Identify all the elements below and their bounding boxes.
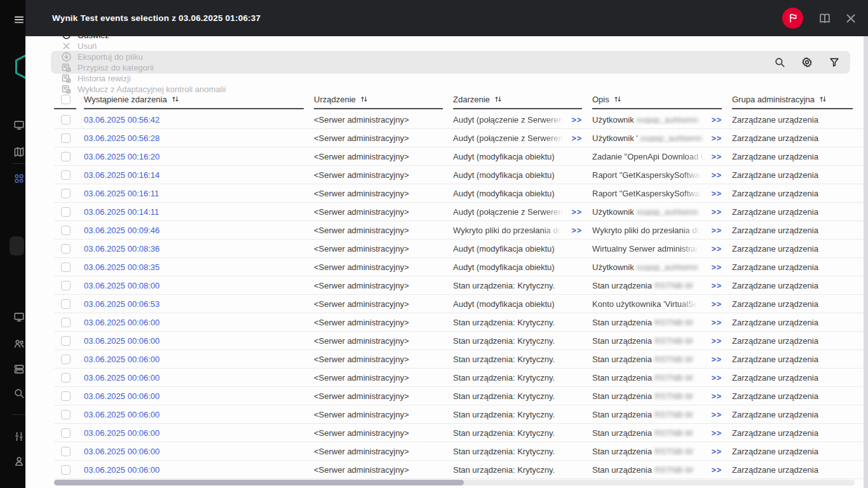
monitoring-icon[interactable]: [13, 119, 25, 131]
sort-icon[interactable]: [494, 95, 503, 104]
expand-description-link[interactable]: >>: [706, 171, 722, 180]
row-checkbox[interactable]: [61, 226, 71, 235]
table-row[interactable]: 03.06.2025 00:09:46<Serwer administracyj…: [25, 221, 863, 240]
row-checkbox[interactable]: [61, 373, 71, 383]
expand-event-link[interactable]: >>: [566, 116, 582, 125]
event-time-link[interactable]: 03.06.2025 00:06:00: [84, 447, 159, 456]
users-icon[interactable]: [13, 338, 25, 349]
table-row[interactable]: 03.06.2025 00:06:00<Serwer administracyj…: [25, 313, 863, 332]
vertical-scrollbar[interactable]: [864, 36, 868, 488]
close-icon[interactable]: [844, 12, 857, 25]
toolbar-button-eksportuj-do-pliku[interactable]: Eksportuj do pliku: [61, 51, 143, 62]
table-row[interactable]: 03.06.2025 00:16:14<Serwer administracyj…: [25, 166, 863, 184]
assets-grid-icon[interactable]: [13, 173, 25, 184]
expand-event-link[interactable]: >>: [566, 226, 582, 235]
event-time-link[interactable]: 03.06.2025 00:16:11: [84, 189, 159, 198]
expand-description-link[interactable]: >>: [706, 263, 722, 272]
table-row[interactable]: 03.06.2025 00:56:42<Serwer administracyj…: [25, 111, 863, 129]
documentation-icon[interactable]: [818, 12, 831, 25]
flag-notification-button[interactable]: [782, 8, 803, 29]
expand-description-link[interactable]: >>: [706, 337, 722, 346]
expand-description-link[interactable]: >>: [706, 281, 722, 290]
column-header-event[interactable]: Zdarzenie: [453, 89, 592, 109]
devices-icon[interactable]: [13, 311, 25, 323]
menu-icon[interactable]: [13, 14, 25, 25]
event-time-link[interactable]: 03.06.2025 00:16:14: [84, 170, 159, 180]
event-time-link[interactable]: 03.06.2025 00:08:00: [84, 281, 159, 290]
table-row[interactable]: 03.06.2025 00:06:00<Serwer administracyj…: [25, 424, 863, 442]
expand-description-link[interactable]: >>: [706, 245, 722, 254]
event-time-link[interactable]: 03.06.2025 00:16:20: [84, 152, 159, 161]
row-checkbox[interactable]: [61, 410, 71, 419]
expand-description-link[interactable]: >>: [706, 355, 722, 364]
event-time-link[interactable]: 03.06.2025 00:06:53: [84, 299, 159, 309]
event-time-link[interactable]: 03.06.2025 00:06:00: [84, 318, 159, 327]
search-icon[interactable]: [13, 388, 25, 399]
row-checkbox[interactable]: [61, 391, 71, 401]
table-row[interactable]: 03.06.2025 00:08:00<Serwer administracyj…: [25, 276, 863, 295]
row-checkbox[interactable]: [61, 299, 71, 309]
table-row[interactable]: 03.06.2025 00:06:00<Serwer administracyj…: [25, 387, 863, 405]
row-checkbox[interactable]: [61, 447, 71, 456]
expand-description-link[interactable]: >>: [706, 226, 722, 235]
expand-description-link[interactable]: >>: [706, 300, 722, 309]
event-time-link[interactable]: 03.06.2025 00:06:00: [84, 391, 159, 401]
table-row[interactable]: 03.06.2025 00:16:20<Serwer administracyj…: [25, 147, 863, 166]
table-row[interactable]: 03.06.2025 00:06:00<Serwer administracyj…: [25, 332, 863, 350]
expand-description-link[interactable]: >>: [706, 208, 722, 217]
event-time-link[interactable]: 03.06.2025 00:08:35: [84, 262, 159, 272]
row-checkbox[interactable]: [61, 428, 71, 438]
filter-icon[interactable]: [829, 57, 840, 68]
row-checkbox[interactable]: [61, 152, 71, 161]
row-checkbox[interactable]: [61, 262, 71, 272]
table-row[interactable]: 03.06.2025 00:06:00<Serwer administracyj…: [25, 350, 863, 369]
row-checkbox[interactable]: [61, 355, 71, 364]
event-time-link[interactable]: 03.06.2025 00:08:36: [84, 244, 159, 254]
event-time-link[interactable]: 03.06.2025 00:56:28: [84, 133, 159, 143]
toolbar-button-historia-rewizji[interactable]: Historia rewizji: [61, 73, 131, 84]
toolbar-button-usuń[interactable]: Usuń: [61, 41, 97, 51]
event-time-link[interactable]: 03.06.2025 00:14:11: [84, 207, 159, 217]
column-header-device[interactable]: Urządzenie: [314, 89, 453, 109]
column-header-description[interactable]: Opis: [592, 89, 732, 109]
sort-icon[interactable]: [171, 95, 180, 104]
horizontal-scrollbar[interactable]: [54, 480, 855, 485]
toolbar-button-odśwież[interactable]: Odśwież: [61, 30, 109, 41]
expand-description-link[interactable]: >>: [706, 429, 722, 438]
servers-icon[interactable]: [13, 363, 25, 375]
table-row[interactable]: 03.06.2025 00:14:11<Serwer administracyj…: [25, 203, 863, 221]
expand-description-link[interactable]: >>: [706, 318, 722, 327]
table-row[interactable]: 03.06.2025 00:08:35<Serwer administracyj…: [25, 258, 863, 276]
expand-description-link[interactable]: >>: [706, 152, 722, 161]
table-row[interactable]: 03.06.2025 00:06:00<Serwer administracyj…: [25, 442, 863, 461]
expand-event-link[interactable]: >>: [566, 208, 582, 217]
sort-icon[interactable]: [360, 95, 369, 104]
expand-description-link[interactable]: >>: [706, 392, 722, 401]
search-icon[interactable]: [774, 57, 785, 68]
row-checkbox[interactable]: [61, 115, 71, 125]
reports-icon[interactable]: [13, 146, 25, 158]
table-row[interactable]: 03.06.2025 00:56:28<Serwer administracyj…: [25, 129, 863, 147]
event-time-link[interactable]: 03.06.2025 00:06:00: [84, 465, 159, 475]
table-row[interactable]: 03.06.2025 00:16:11<Serwer administracyj…: [25, 184, 863, 203]
row-checkbox[interactable]: [61, 170, 71, 180]
horizontal-scrollbar-thumb[interactable]: [54, 480, 464, 485]
expand-description-link[interactable]: >>: [706, 466, 722, 475]
event-time-link[interactable]: 03.06.2025 00:06:00: [84, 355, 159, 364]
row-checkbox[interactable]: [61, 133, 71, 143]
expand-description-link[interactable]: >>: [706, 134, 722, 143]
expand-description-link[interactable]: >>: [706, 116, 722, 125]
row-checkbox[interactable]: [61, 207, 71, 217]
event-time-link[interactable]: 03.06.2025 00:06:00: [84, 336, 159, 346]
column-header-admin-group[interactable]: Grupa administracyjna: [732, 89, 863, 109]
account-icon[interactable]: [13, 456, 25, 467]
expand-event-link[interactable]: >>: [566, 134, 582, 143]
row-checkbox[interactable]: [61, 465, 71, 475]
event-time-link[interactable]: 03.06.2025 00:56:42: [84, 115, 159, 125]
sort-icon[interactable]: [613, 95, 622, 104]
settings-sliders-icon[interactable]: [13, 431, 25, 442]
table-row[interactable]: 03.06.2025 00:08:36<Serwer administracyj…: [25, 240, 863, 258]
row-checkbox[interactable]: [61, 336, 71, 346]
expand-description-link[interactable]: >>: [706, 374, 722, 383]
event-time-link[interactable]: 03.06.2025 00:06:00: [84, 410, 159, 419]
